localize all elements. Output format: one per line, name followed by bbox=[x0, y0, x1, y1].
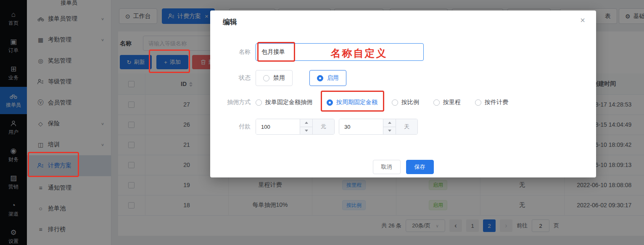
edit-dialog: 编辑 × 名称 状态 禁用 启用 抽佣方式 按单固定金额抽佣 bbox=[210, 10, 596, 177]
amount-unit: 元 bbox=[312, 119, 334, 134]
method-field-label: 抽佣方式 bbox=[210, 99, 256, 106]
step-down-icon[interactable] bbox=[383, 127, 396, 135]
status-field-row: 状态 禁用 启用 bbox=[210, 70, 596, 86]
days-stepper[interactable] bbox=[383, 119, 396, 134]
step-down-icon[interactable] bbox=[300, 127, 312, 135]
cancel-button[interactable]: 取消 bbox=[373, 160, 401, 174]
radio-icon bbox=[327, 99, 333, 106]
radio-icon bbox=[392, 99, 398, 106]
dialog-title: 编辑 bbox=[223, 17, 237, 27]
radio-icon bbox=[317, 75, 323, 81]
radio-label: 按单固定金额抽佣 bbox=[265, 99, 312, 106]
radio-fixed-per-order[interactable]: 按单固定金额抽佣 bbox=[256, 99, 312, 106]
radio-icon bbox=[475, 99, 481, 106]
step-up-icon[interactable] bbox=[300, 119, 312, 127]
annotation-note: 名称自定义 bbox=[314, 47, 404, 60]
days-input[interactable] bbox=[339, 119, 383, 134]
radio-label: 按件计费 bbox=[485, 99, 508, 106]
pay-field-row: 付款 元 天 bbox=[210, 119, 596, 135]
radio-label: 按周期固定金额 bbox=[336, 99, 377, 106]
save-button[interactable]: 保存 bbox=[406, 160, 434, 174]
amount-stepper[interactable] bbox=[300, 119, 312, 134]
radio-label: 按比例 bbox=[401, 99, 419, 106]
radio-by-piece[interactable]: 按件计费 bbox=[475, 99, 508, 106]
radio-label: 禁用 bbox=[273, 74, 285, 82]
method-field-row: 抽佣方式 按单固定金额抽佣 按周期固定金额 按比例 按里程 bbox=[210, 96, 596, 109]
days-input-group: 天 bbox=[339, 119, 418, 135]
radio-icon bbox=[263, 75, 269, 81]
radio-fixed-per-period[interactable]: 按周期固定金额 bbox=[327, 99, 377, 106]
close-icon[interactable]: × bbox=[580, 16, 585, 25]
radio-disabled[interactable]: 禁用 bbox=[256, 70, 293, 86]
radio-label: 按里程 bbox=[443, 99, 461, 106]
radio-by-mileage[interactable]: 按里程 bbox=[433, 99, 461, 106]
radio-enabled[interactable]: 启用 bbox=[309, 70, 346, 86]
dialog-footer: 取消 保存 bbox=[210, 160, 596, 174]
radio-icon bbox=[433, 99, 440, 106]
step-up-icon[interactable] bbox=[383, 119, 396, 127]
pay-field-label: 付款 bbox=[210, 123, 256, 130]
radio-label: 启用 bbox=[327, 74, 339, 82]
app-screen: ⌂ 首页 ▣ 订单 ⊞ 业务 接单员 用户 bbox=[0, 0, 644, 245]
radio-by-ratio[interactable]: 按比例 bbox=[392, 99, 419, 106]
name-field-label: 名称 bbox=[210, 48, 256, 56]
method-radio-group: 按单固定金额抽佣 按周期固定金额 按比例 按里程 按件计费 bbox=[256, 99, 508, 106]
amount-input[interactable] bbox=[256, 119, 300, 134]
days-unit: 天 bbox=[396, 119, 417, 134]
status-field-label: 状态 bbox=[210, 74, 256, 82]
amount-input-group: 元 bbox=[256, 119, 335, 135]
radio-icon bbox=[256, 99, 262, 106]
